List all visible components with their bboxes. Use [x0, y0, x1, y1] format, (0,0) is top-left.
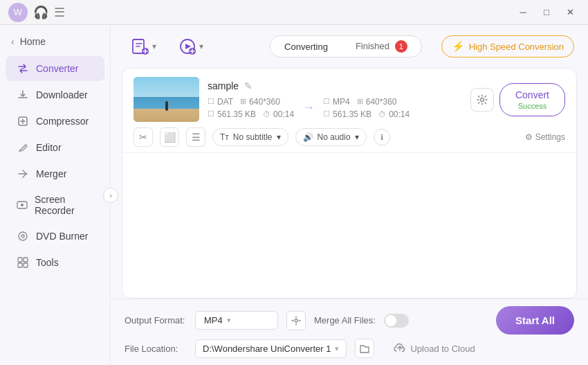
- toolbar: ▾ ▾ Converting Finished 1: [111, 25, 588, 68]
- toggle-knob: [385, 315, 396, 326]
- file-row-controls: ✂ ⬜ ☰ Tт No subtitle ▾ 🔊 No audio ▾ ℹ: [134, 122, 565, 152]
- to-size: 561.35 KB: [333, 109, 371, 119]
- svg-point-4: [21, 235, 24, 238]
- tabs-container: Converting Finished 1: [270, 35, 422, 57]
- settings-gear-icon: ⚙: [525, 132, 533, 142]
- app-body: ‹ Home Converter Downloader: [0, 25, 588, 365]
- browse-folder-button[interactable]: [355, 339, 374, 358]
- sidebar-item-screen-recorder[interactable]: Screen Recorder: [6, 188, 104, 222]
- cut-icon[interactable]: ✂: [134, 127, 153, 147]
- sidebar-collapse-button[interactable]: ›: [103, 188, 118, 203]
- compressor-icon: [17, 115, 29, 127]
- file-from: ☐ DAT ⊞ 640*360 ☐ 561.35 KB ⏱ 00:14: [208, 97, 294, 119]
- compressor-label: Compressor: [36, 116, 89, 127]
- audio-value: No audio: [318, 132, 351, 142]
- bottom-row-format: Output Format: MP4 ▾ Merge All Files: St…: [125, 306, 574, 335]
- resolution-icon: ⊞: [240, 97, 246, 106]
- svg-rect-5: [18, 258, 22, 262]
- tab-finished[interactable]: Finished 1: [342, 36, 421, 57]
- subtitle-select[interactable]: Tт No subtitle ▾: [212, 128, 288, 146]
- sidebar-item-dvd-burner[interactable]: DVD Burner: [6, 224, 104, 249]
- tab-converting[interactable]: Converting: [270, 37, 342, 56]
- add-file-chevron: ▾: [152, 42, 156, 51]
- svg-point-2: [21, 204, 24, 206]
- converter-icon: [17, 62, 29, 75]
- upload-cloud-label: Upload to Cloud: [410, 344, 475, 354]
- minimize-button[interactable]: ─: [513, 6, 533, 19]
- add-media-button[interactable]: ▾: [172, 33, 210, 60]
- high-speed-button[interactable]: ⚡ High Speed Conversion: [441, 35, 574, 57]
- from-format: DAT: [217, 97, 233, 107]
- sidebar-item-tools[interactable]: Tools: [6, 250, 104, 275]
- main-content: ▾ ▾ Converting Finished 1: [111, 25, 588, 365]
- home-link[interactable]: ‹ Home: [0, 30, 110, 55]
- output-format-select[interactable]: MP4 ▾: [195, 311, 278, 330]
- folder-icon-from: ☐: [208, 109, 214, 118]
- svg-rect-8: [24, 263, 28, 267]
- convert-arrow-icon: →: [302, 100, 315, 115]
- format-settings-icon[interactable]: [286, 311, 306, 330]
- bottom-row-location: File Location: D:\Wondershare UniConvert…: [125, 339, 574, 358]
- sidebar-item-converter[interactable]: Converter: [6, 56, 104, 81]
- info-icon[interactable]: ℹ: [374, 129, 390, 145]
- high-speed-label: High Speed Conversion: [469, 42, 564, 52]
- tools-icon: [17, 256, 29, 269]
- to-format: MP4: [333, 97, 350, 107]
- close-button[interactable]: ✕: [560, 6, 580, 19]
- sidebar-item-compressor[interactable]: Compressor: [6, 109, 104, 134]
- dvd-burner-icon: [17, 230, 29, 242]
- settings-link[interactable]: ⚙ Settings: [525, 132, 565, 142]
- file-settings-icon-button[interactable]: [470, 88, 494, 112]
- sidebar-item-downloader[interactable]: Downloader: [6, 82, 104, 107]
- converter-label: Converter: [36, 63, 78, 74]
- sidebar-item-merger[interactable]: Merger: [6, 161, 104, 186]
- subtitle-value: No subtitle: [233, 132, 273, 142]
- menu-icon: ☰: [54, 5, 65, 20]
- audio-select[interactable]: 🔊 No audio ▾: [295, 128, 367, 146]
- screen-recorder-label: Screen Recorder: [35, 194, 93, 216]
- add-media-chevron: ▾: [199, 42, 203, 51]
- convert-button[interactable]: Convert Success: [499, 83, 565, 116]
- to-duration: 00:14: [389, 109, 410, 119]
- home-label: Home: [20, 36, 46, 47]
- output-format-label: Output Format:: [125, 315, 187, 326]
- add-file-button[interactable]: ▾: [125, 33, 163, 60]
- file-location-select[interactable]: D:\Wondershare UniConverter 1 ▾: [195, 339, 347, 358]
- subtitle-text-icon: Tт: [220, 132, 229, 142]
- file-row-top: sample ✎ ☐ DAT ⊞ 640*360: [134, 77, 565, 122]
- subtitle-chevron: ▾: [277, 132, 281, 142]
- titlebar-icons: W 🎧 ☰: [8, 3, 65, 22]
- editor-icon: [17, 141, 29, 154]
- merge-toggle[interactable]: [384, 314, 409, 328]
- sidebar-item-editor[interactable]: Editor: [6, 135, 104, 160]
- start-all-button[interactable]: Start All: [496, 306, 574, 335]
- clock-icon-from: ⏱: [263, 110, 270, 118]
- merger-label: Merger: [36, 168, 66, 179]
- svg-point-13: [480, 98, 484, 101]
- lightning-icon: ⚡: [452, 40, 465, 53]
- file-row: sample ✎ ☐ DAT ⊞ 640*360: [122, 69, 576, 153]
- from-size: 561.35 KB: [217, 109, 256, 119]
- svg-rect-7: [18, 263, 22, 267]
- edit-icon[interactable]: ✎: [244, 80, 252, 91]
- merge-all-label: Merge All Files:: [314, 315, 376, 326]
- editor-label: Editor: [36, 142, 62, 153]
- svg-point-3: [19, 232, 27, 240]
- to-resolution: 640*360: [366, 97, 397, 107]
- downloader-label: Downloader: [36, 89, 88, 100]
- file-meta: ☐ DAT ⊞ 640*360 ☐ 561.35 KB ⏱ 00:14: [208, 97, 462, 119]
- effects-icon[interactable]: ☰: [186, 127, 205, 147]
- upload-cloud-button[interactable]: Upload to Cloud: [394, 342, 475, 355]
- sidebar: ‹ Home Converter Downloader: [0, 25, 111, 365]
- dvd-burner-label: DVD Burner: [36, 231, 88, 242]
- location-chevron-icon: ▾: [335, 344, 339, 353]
- maximize-button[interactable]: □: [537, 6, 556, 19]
- file-name: sample: [208, 80, 239, 91]
- from-duration: 00:14: [273, 109, 294, 119]
- file-thumbnail: [134, 77, 199, 122]
- audio-icon: 🔊: [303, 132, 313, 142]
- to-clock-icon: ⏱: [378, 110, 386, 118]
- convert-success-label: Success: [518, 102, 547, 110]
- crop-icon[interactable]: ⬜: [160, 127, 179, 147]
- audio-chevron: ▾: [355, 132, 359, 142]
